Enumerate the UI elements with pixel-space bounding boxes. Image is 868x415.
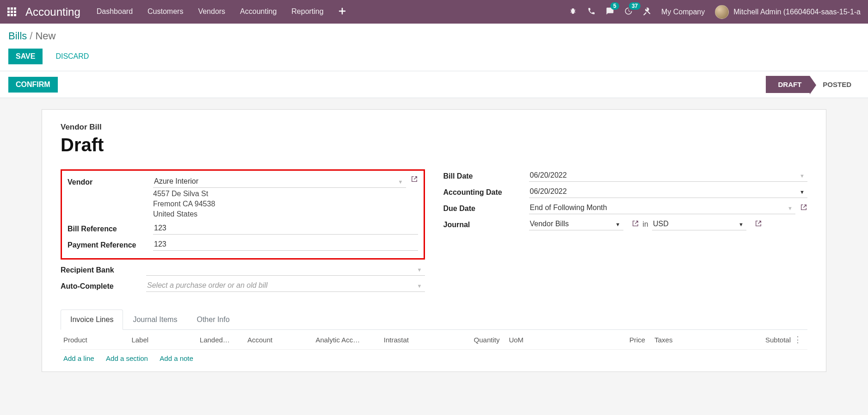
external-link-icon[interactable] — [800, 204, 807, 212]
accounting-date-field[interactable] — [529, 186, 808, 198]
navbar: Accounting Dashboard Customers Vendors A… — [0, 0, 868, 24]
kebab-icon[interactable]: ⋮ — [791, 334, 805, 345]
save-button[interactable]: SAVE — [8, 49, 43, 64]
status-panel: CONFIRM DRAFT POSTED — [0, 71, 868, 98]
caret-icon[interactable]: ▼ — [788, 205, 793, 211]
tab-journal-items[interactable]: Journal Items — [123, 310, 187, 329]
highlight-box: Vendor ▼ 4557 De Silva St Fremont CA 945… — [61, 169, 425, 260]
caret-icon[interactable]: ▼ — [739, 222, 744, 227]
grid-header: Product Label Landed… Account Analytic A… — [61, 330, 807, 350]
col-analytic: Analytic Acc… — [315, 336, 383, 344]
activities-icon[interactable]: 37 — [624, 7, 633, 17]
discard-button[interactable]: DISCARD — [50, 49, 94, 64]
breadcrumb-sep: / — [30, 30, 32, 42]
company-switcher[interactable]: My Company — [661, 8, 705, 16]
record-type: Vendor Bill — [61, 123, 807, 132]
external-link-icon[interactable] — [411, 175, 418, 184]
add-line-button[interactable]: Add a line — [63, 354, 94, 362]
col-price: Price — [577, 336, 645, 344]
menu-accounting[interactable]: Accounting — [240, 7, 277, 17]
col-product: Product — [63, 336, 131, 344]
vendor-label: Vendor — [68, 175, 153, 186]
currency-field[interactable] — [652, 218, 746, 230]
accounting-date-label: Accounting Date — [443, 186, 529, 197]
invoice-lines-grid: Product Label Landed… Account Analytic A… — [61, 330, 807, 367]
tab-invoice-lines[interactable]: Invoice Lines — [61, 310, 123, 330]
menu-new-icon[interactable] — [339, 7, 346, 17]
col-quantity: Quantity — [452, 336, 499, 344]
journal-field[interactable] — [529, 218, 623, 230]
auto-complete-field[interactable] — [146, 279, 425, 292]
status-posted[interactable]: POSTED — [810, 76, 860, 93]
journal-label: Journal — [443, 218, 529, 229]
due-date-field[interactable] — [529, 202, 796, 214]
vendor-city: Fremont CA 94538 — [153, 200, 406, 208]
add-section-button[interactable]: Add a section — [106, 354, 148, 362]
messages-icon[interactable]: 5 — [606, 7, 614, 17]
caret-icon[interactable]: ▼ — [417, 283, 422, 289]
external-link-icon[interactable] — [755, 220, 762, 229]
bill-date-field[interactable] — [529, 169, 808, 182]
user-name: Mitchell Admin (16604604-saas-15-1-a — [733, 8, 861, 16]
app-title[interactable]: Accounting — [25, 6, 80, 19]
col-landed: Landed… — [200, 336, 247, 344]
breadcrumb-current: New — [35, 30, 55, 42]
systray: 5 37 — [569, 7, 651, 17]
col-label: Label — [131, 336, 199, 344]
caret-icon[interactable]: ▼ — [616, 222, 621, 227]
cp-buttons: SAVE DISCARD — [8, 49, 860, 64]
breadcrumb: Bills / New — [8, 30, 860, 42]
main-menu: Dashboard Customers Vendors Accounting R… — [97, 7, 569, 17]
bill-ref-label: Bill Reference — [68, 222, 153, 233]
external-link-icon[interactable] — [632, 220, 639, 229]
bill-reference-field[interactable] — [153, 222, 418, 235]
pay-ref-label: Payment Reference — [68, 238, 153, 249]
add-note-button[interactable]: Add a note — [160, 354, 193, 362]
confirm-button[interactable]: CONFIRM — [8, 77, 58, 93]
vendor-country: United States — [153, 210, 406, 218]
recipient-bank-field[interactable] — [146, 263, 425, 276]
col-intrastat: Intrastat — [384, 336, 452, 344]
status-draft[interactable]: DRAFT — [766, 76, 810, 93]
menu-vendors[interactable]: Vendors — [198, 7, 225, 17]
tab-other-info[interactable]: Other Info — [187, 310, 239, 329]
col-subtotal: Subtotal — [723, 336, 791, 344]
bill-date-label: Bill Date — [443, 169, 529, 180]
menu-dashboard[interactable]: Dashboard — [97, 7, 133, 17]
breadcrumb-root[interactable]: Bills — [8, 30, 27, 42]
page-title: Draft — [61, 135, 807, 155]
caret-icon[interactable]: ▼ — [800, 173, 805, 179]
menu-customers[interactable]: Customers — [148, 7, 183, 17]
activities-badge: 37 — [629, 2, 640, 10]
in-label: in — [643, 220, 648, 229]
control-panel: Bills / New SAVE DISCARD — [0, 24, 868, 71]
recipient-bank-label: Recipient Bank — [61, 263, 146, 274]
statusbar: DRAFT POSTED — [766, 76, 860, 93]
col-account: Account — [247, 336, 315, 344]
tabs: Invoice Lines Journal Items Other Info — [61, 310, 807, 330]
vendor-field[interactable] — [153, 175, 406, 188]
due-date-label: Due Date — [443, 202, 529, 213]
tools-icon[interactable] — [643, 7, 651, 17]
menu-reporting[interactable]: Reporting — [291, 7, 323, 17]
vendor-street: 4557 De Silva St — [153, 190, 406, 198]
auto-complete-label: Auto-Complete — [61, 279, 146, 291]
apps-icon[interactable] — [7, 7, 16, 16]
col-uom: UoM — [499, 336, 577, 344]
caret-icon[interactable]: ▼ — [398, 179, 403, 185]
phone-icon[interactable] — [587, 7, 596, 17]
caret-icon[interactable]: ▼ — [417, 267, 422, 273]
payment-reference-field[interactable] — [153, 238, 418, 251]
bug-icon[interactable] — [569, 7, 577, 17]
form-sheet: Vendor Bill Draft Vendor ▼ 45 — [42, 109, 826, 372]
avatar — [715, 5, 729, 19]
caret-icon[interactable]: ▼ — [800, 189, 805, 195]
col-taxes: Taxes — [645, 336, 722, 344]
user-menu[interactable]: Mitchell Admin (16604604-saas-15-1-a — [715, 5, 861, 19]
messages-badge: 5 — [610, 2, 619, 10]
